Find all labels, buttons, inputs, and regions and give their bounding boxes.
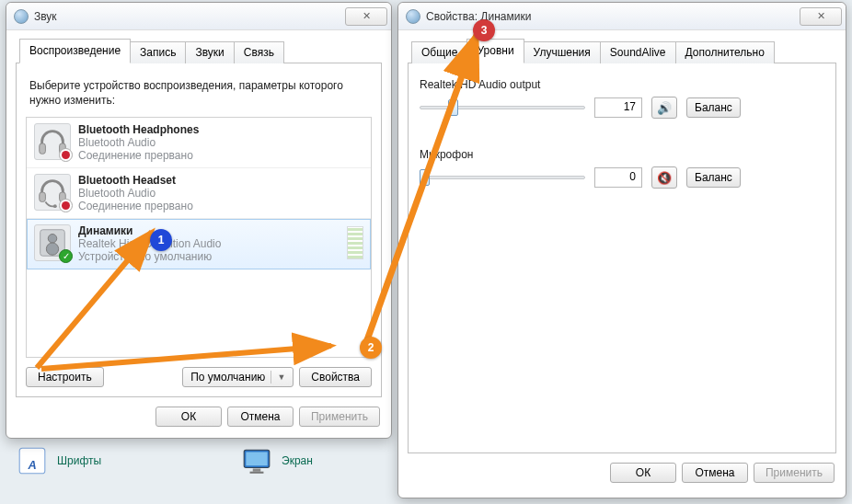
desktop-label: Экран bbox=[282, 454, 313, 467]
svg-point-10 bbox=[53, 205, 57, 209]
volume-value[interactable]: 0 bbox=[594, 167, 642, 188]
titlebar[interactable]: Свойства: Динамики ✕ bbox=[398, 3, 846, 30]
svg-rect-6 bbox=[40, 143, 46, 154]
annotation-badge-1: 1 bbox=[150, 229, 172, 251]
level-label: Realtek HD Audio output bbox=[420, 78, 824, 91]
level-meter bbox=[347, 226, 363, 259]
tab-communications[interactable]: Связь bbox=[234, 41, 284, 63]
device-item-selected[interactable]: Динамики Realtek High Definition Audio У… bbox=[27, 219, 371, 269]
configure-button[interactable]: Настроить bbox=[26, 367, 104, 387]
device-item[interactable]: Bluetooth Headset Bluetooth Audio Соедин… bbox=[27, 168, 371, 219]
status-error-icon bbox=[59, 199, 73, 212]
headset-icon bbox=[34, 174, 71, 211]
dialog-footer: ОК Отмена Применить bbox=[6, 397, 391, 438]
status-default-icon bbox=[59, 249, 73, 263]
speakers-icon bbox=[34, 224, 71, 261]
svg-rect-8 bbox=[40, 192, 46, 201]
slider-thumb[interactable] bbox=[420, 169, 430, 186]
set-default-combo[interactable]: По умолчанию ▼ bbox=[182, 367, 294, 387]
speaker-on-icon: 🔊 bbox=[657, 101, 672, 115]
instruction-text: Выберите устройство воспроизведения, пар… bbox=[29, 78, 368, 108]
tabstrip: Общие Уровни Улучшения SoundAlive Дополн… bbox=[408, 38, 836, 63]
svg-rect-4 bbox=[253, 469, 261, 472]
properties-button[interactable]: Свойства bbox=[299, 367, 372, 387]
font-icon: A bbox=[17, 445, 48, 476]
mute-button[interactable]: 🔊 bbox=[651, 97, 677, 119]
tab-advanced[interactable]: Дополнительно bbox=[675, 41, 775, 63]
device-name: Bluetooth Headphones bbox=[78, 123, 199, 136]
desktop-icon-display[interactable]: Экран bbox=[241, 445, 313, 476]
tab-enhancements[interactable]: Улучшения bbox=[524, 41, 601, 63]
headphones-icon bbox=[34, 123, 71, 160]
tab-soundalive[interactable]: SoundAlive bbox=[600, 41, 676, 63]
tab-playback[interactable]: Воспроизведение bbox=[19, 39, 131, 63]
device-status: Соединение прервано bbox=[78, 149, 199, 162]
desktop-label: Шрифты bbox=[57, 454, 101, 467]
balance-button[interactable]: Баланс bbox=[686, 167, 741, 188]
volume-value[interactable]: 17 bbox=[594, 97, 642, 118]
svg-point-12 bbox=[48, 235, 57, 244]
ok-button[interactable]: ОК bbox=[610, 463, 676, 483]
speaker-properties-dialog: Свойства: Динамики ✕ Общие Уровни Улучше… bbox=[397, 2, 846, 498]
svg-rect-3 bbox=[246, 452, 267, 465]
speaker-sys-icon bbox=[406, 9, 420, 24]
device-status: Устройство по умолчанию bbox=[78, 250, 221, 263]
titlebar[interactable]: Звук ✕ bbox=[6, 3, 391, 30]
status-error-icon bbox=[59, 148, 73, 162]
mute-button[interactable]: 🔇 bbox=[651, 166, 677, 189]
device-status: Соединение прервано bbox=[78, 200, 193, 212]
ok-button[interactable]: ОК bbox=[155, 407, 222, 427]
annotation-badge-2: 2 bbox=[360, 337, 382, 359]
apply-button[interactable]: Применить bbox=[754, 463, 835, 483]
svg-point-13 bbox=[46, 243, 58, 255]
annotation-badge-3: 3 bbox=[473, 19, 495, 41]
window-title: Звук bbox=[34, 10, 345, 23]
cancel-button[interactable]: Отмена bbox=[227, 407, 294, 427]
level-label: Микрофон bbox=[420, 148, 824, 161]
tab-general[interactable]: Общие bbox=[411, 41, 467, 63]
dialog-footer: ОК Отмена Применить bbox=[398, 453, 846, 494]
tab-levels[interactable]: Уровни bbox=[466, 39, 524, 63]
chevron-down-icon: ▼ bbox=[277, 372, 285, 382]
close-button[interactable]: ✕ bbox=[800, 7, 842, 26]
device-list[interactable]: Bluetooth Headphones Bluetooth Audio Сое… bbox=[26, 117, 372, 358]
volume-slider[interactable] bbox=[420, 167, 585, 188]
apply-button[interactable]: Применить bbox=[299, 407, 380, 427]
monitor-icon bbox=[241, 445, 272, 476]
svg-text:A: A bbox=[27, 458, 36, 472]
svg-rect-5 bbox=[250, 472, 264, 474]
speaker-sys-icon bbox=[14, 9, 29, 24]
tabpage-levels: Realtek HD Audio output 17 🔊 Баланс Микр… bbox=[408, 63, 836, 453]
desktop-icon-fonts[interactable]: A Шрифты bbox=[17, 445, 101, 476]
balance-button[interactable]: Баланс bbox=[686, 97, 741, 118]
level-group-microphone: Микрофон 0 🔇 Баланс bbox=[420, 148, 824, 189]
device-driver: Bluetooth Audio bbox=[78, 136, 199, 149]
speaker-muted-icon: 🔇 bbox=[657, 171, 672, 185]
sound-dialog: Звук ✕ Воспроизведение Запись Звуки Связ… bbox=[6, 2, 392, 439]
cancel-button[interactable]: Отмена bbox=[682, 463, 748, 483]
tabpage-playback: Выберите устройство воспроизведения, пар… bbox=[16, 63, 382, 397]
tabstrip: Воспроизведение Запись Звуки Связь bbox=[16, 38, 382, 63]
device-name: Bluetooth Headset bbox=[78, 174, 193, 187]
device-driver: Bluetooth Audio bbox=[78, 187, 193, 200]
device-item[interactable]: Bluetooth Headphones Bluetooth Audio Сое… bbox=[27, 118, 371, 168]
tab-recording[interactable]: Запись bbox=[130, 41, 186, 63]
close-button[interactable]: ✕ bbox=[345, 7, 387, 26]
level-group-output: Realtek HD Audio output 17 🔊 Баланс bbox=[420, 78, 824, 119]
slider-thumb[interactable] bbox=[448, 99, 458, 116]
tab-sounds[interactable]: Звуки bbox=[185, 41, 234, 63]
volume-slider[interactable] bbox=[420, 97, 585, 118]
